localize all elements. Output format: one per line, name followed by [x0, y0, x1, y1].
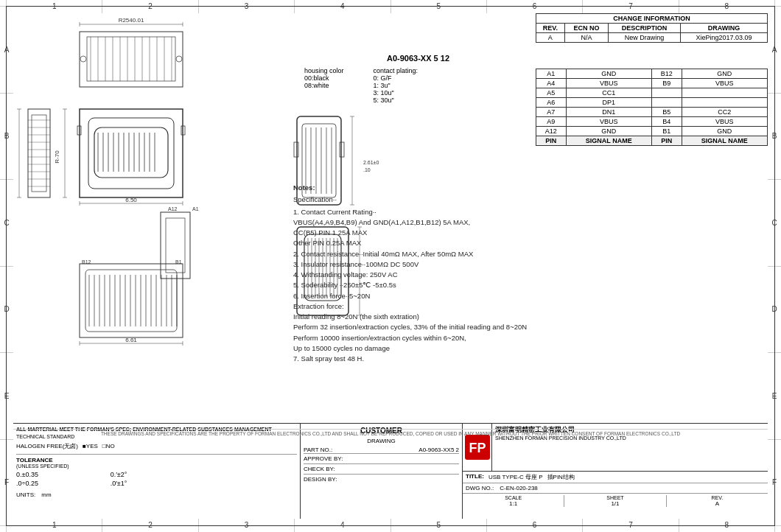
part-number-options: housing color 00:black 08:white contact … [304, 67, 532, 104]
approve-label: APPROVE BY: [304, 455, 343, 462]
check-row: CHECK BY: [304, 463, 459, 474]
pin-footer-3: PIN [651, 136, 682, 146]
housing-color-label: housing color [304, 67, 344, 74]
housing-color-section: housing color 00:black 08:white [304, 67, 344, 104]
units-label: UNITS: [16, 491, 35, 498]
part-row: PART NO.: A0-9063-XX5 2 [304, 447, 459, 453]
pin-empty-4 [682, 98, 767, 108]
svg-rect-91 [302, 124, 336, 197]
pin-dn1: DN1 [566, 108, 651, 117]
pin-a1: A1 [536, 69, 567, 79]
svg-rect-99 [340, 142, 344, 157]
pin-row-5: A9 VBUS B4 VBUS [536, 117, 768, 127]
svg-rect-98 [294, 142, 298, 157]
part-no-value: A0-9063-XX5 2 [418, 447, 459, 453]
svg-text:.10: .10 [363, 167, 371, 172]
design-label: DESIGN BY: [304, 476, 337, 483]
change-drawing: XiePing2017.03.09 [680, 33, 767, 43]
unless-label: (UNLESS SPECIFIED) [16, 463, 297, 469]
rev-section: REV. A [667, 495, 768, 507]
pin-b1: B1 [651, 127, 682, 136]
svg-rect-64 [80, 264, 183, 337]
title-sub: 插PIN结构 [547, 473, 575, 481]
svg-text:R2540.01: R2540.01 [119, 17, 144, 24]
tol-row2-col2: .0′±1° [111, 480, 203, 487]
pin-row-4: A7 DN1 B5 CC2 [536, 108, 768, 117]
svg-rect-65 [85, 270, 177, 332]
pin-a9: A9 [536, 117, 567, 127]
scale-rev-row: SCALE 1:1 SHEET 1/1 REV. A [463, 494, 768, 508]
title-label: TITLE: [466, 473, 484, 481]
approve-row: APPROVE BY: [304, 453, 459, 463]
pin-cc2: CC2 [682, 108, 767, 117]
part-number-text: A0-9063-XX 5 12 [387, 54, 449, 63]
rev-value: A [670, 500, 765, 507]
bottom-right-section: FP 深圳富明精密工业有限公司 SHENZHEN FORMAN PRECISIO… [463, 424, 768, 519]
svg-rect-35 [80, 109, 183, 197]
pin-gnd-1: GND [566, 69, 651, 79]
plating-1: 1: 3u" [374, 82, 418, 89]
pin-vbus-2: VBUS [682, 79, 767, 88]
svg-text:B1: B1 [175, 259, 182, 265]
pin-row-3: A6 DP1 [536, 98, 768, 108]
halogen-row: HALOGEN FREE(无卤) ■YES □NO [16, 442, 297, 450]
svg-text:R-70: R-70 [54, 150, 60, 164]
housing-08-white: 08:white [304, 82, 344, 89]
pin-b4: B4 [651, 117, 682, 127]
tol-row2-col1: .0÷0.25 [16, 480, 109, 487]
tol-row2-col3 [204, 480, 297, 487]
check-label: CHECK BY: [304, 466, 335, 472]
title-value: USB TYPE-C 母座 P [488, 473, 543, 481]
pin-footer-4: SIGNAL NAME [682, 136, 767, 146]
svg-text:6.50: 6.50 [125, 197, 137, 203]
svg-rect-20 [28, 109, 50, 197]
change-row-1: A N/A New Drawing XiePing2017.03.09 [536, 33, 768, 43]
pin-row-2: A5 CC1 [536, 88, 768, 98]
tolerance-section: TOLERANCE (UNLESS SPECIFIED) 0.±0.35 0.′… [16, 454, 297, 487]
tol-row1-col2: 0.′±2° [111, 471, 203, 478]
housing-00-black: 00:black [304, 74, 344, 82]
pin-footer-1: PIN [536, 136, 567, 146]
pin-a7: A7 [536, 108, 567, 117]
sheet-label: SHEET [567, 495, 662, 500]
desc-col-header: DESCRIPTION [609, 24, 680, 33]
drawing-col-header: DRAWING [680, 24, 767, 33]
pin-b5: B5 [651, 108, 682, 117]
right-connector-drawings: 2.61±0 .10 [290, 109, 437, 423]
design-row: DESIGN BY: [304, 474, 459, 484]
content-area: CHANGE INFORMATION REV. ECN NO DESCRIPTI… [13, 13, 768, 519]
sheet-value: 1/1 [567, 500, 662, 507]
pin-gnd-a12: GND [566, 127, 651, 136]
rev-col-header: REV. [536, 24, 565, 33]
svg-rect-36 [88, 118, 174, 189]
svg-text:2.61±0: 2.61±0 [363, 160, 379, 165]
pin-vbus-3: VBUS [566, 117, 651, 127]
scale-section: SCALE 1:1 [463, 495, 564, 507]
change-ecn: N/A [564, 33, 609, 43]
part-number-area: A0-9063-XX 5 12 housing color 00:black 0… [304, 54, 532, 104]
change-info-table: CHANGE INFORMATION REV. ECN NO DESCRIPTI… [536, 13, 768, 43]
title-row: TITLE: USB TYPE-C 母座 P 插PIN结构 [463, 472, 768, 483]
technical-drawing-svg: R2540.01 [13, 13, 290, 367]
units-value: mm [41, 491, 51, 498]
plating-3: 3: 10u" [374, 89, 418, 97]
svg-rect-60 [161, 212, 190, 279]
svg-rect-0 [80, 32, 183, 87]
svg-drawing-container: R2540.01 [13, 13, 290, 423]
pin-vbus-1: VBUS [566, 79, 651, 88]
svg-text:B12: B12 [82, 259, 91, 265]
pin-cc1: CC1 [566, 88, 651, 98]
svg-rect-1 [87, 37, 175, 81]
sheet-section: SHEET 1/1 [564, 495, 666, 507]
pin-gnd-b1: GND [682, 127, 767, 136]
pin-dp1: DP1 [566, 98, 651, 108]
pin-a5: A5 [536, 88, 567, 98]
svg-point-15 [176, 56, 182, 62]
change-rev: A [536, 33, 565, 43]
svg-text:A12: A12 [168, 206, 178, 211]
pin-b12: B12 [651, 69, 682, 79]
bottom-right-bottom: TITLE: USB TYPE-C 母座 P 插PIN结构 DWG NO.: C… [463, 472, 768, 519]
plating-0: 0: G/F [374, 74, 418, 82]
part-no-label: PART NO.: [304, 447, 332, 453]
pin-empty-1 [651, 88, 682, 98]
